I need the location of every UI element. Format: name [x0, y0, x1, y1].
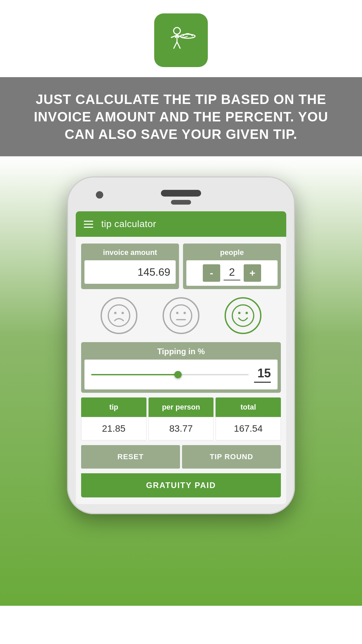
invoice-card: invoice amount: [81, 244, 179, 289]
slider-fill: [91, 374, 178, 375]
total-value: 167.54: [216, 417, 281, 440]
input-row: invoice amount people - 2 +: [81, 244, 281, 289]
phone-mockup: tip calculator invoice amount people: [67, 176, 295, 514]
slider-thumb[interactable]: [174, 371, 182, 378]
app-content: invoice amount people - 2 +: [76, 237, 286, 504]
svg-point-19: [246, 312, 248, 314]
people-body: - 2 +: [186, 260, 278, 286]
invoice-input[interactable]: [90, 266, 170, 278]
tip-value: 21.85: [81, 417, 146, 440]
top-icon-area: [0, 0, 362, 77]
svg-point-14: [176, 312, 178, 314]
people-controls: - 2 +: [192, 264, 272, 282]
tipping-label: Tipping in %: [81, 342, 281, 360]
hamburger-line-3: [84, 227, 93, 228]
people-value: 2: [224, 266, 240, 280]
people-minus-button[interactable]: -: [203, 264, 220, 282]
svg-point-12: [121, 312, 124, 314]
toolbar-title: tip calculator: [101, 219, 156, 229]
total-header: total: [216, 397, 281, 417]
bottom-buttons: RESET TIP ROUND: [81, 445, 281, 469]
sad-face-button[interactable]: [101, 297, 137, 334]
gratuity-paid-button[interactable]: GRATUITY PAID: [81, 473, 281, 497]
app-icon: [154, 13, 208, 67]
hamburger-line-2: [84, 224, 93, 225]
banner-text: JUST CALCULATE THE TIP BASED ON THE INVO…: [20, 91, 342, 143]
results-section: tip per person total 21.85 83.77 167.54: [81, 397, 281, 440]
tipping-percent-value: 15: [254, 366, 271, 383]
tipping-body: 15: [84, 360, 278, 389]
neutral-face-button[interactable]: [163, 297, 199, 334]
invoice-label: invoice amount: [81, 244, 179, 260]
emoji-row: [81, 294, 281, 337]
per-person-header: per person: [148, 397, 214, 417]
svg-point-13: [170, 305, 192, 326]
svg-point-10: [108, 305, 130, 326]
svg-line-9: [183, 36, 188, 38]
phone-top-details: [76, 186, 286, 211]
results-values: 21.85 83.77 167.54: [81, 417, 281, 440]
tip-round-button[interactable]: TIP ROUND: [182, 445, 281, 469]
results-headers: tip per person total: [81, 397, 281, 417]
svg-point-18: [238, 312, 241, 314]
hamburger-menu-icon[interactable]: [84, 221, 93, 228]
svg-point-17: [232, 305, 254, 326]
reset-button[interactable]: RESET: [81, 445, 180, 469]
tipping-slider-container[interactable]: [91, 370, 249, 380]
banner: JUST CALCULATE THE TIP BASED ON THE INVO…: [0, 77, 362, 156]
per-person-value: 83.77: [148, 417, 214, 440]
tip-header: tip: [81, 397, 146, 417]
svg-point-0: [174, 28, 180, 34]
camera: [96, 191, 103, 199]
happy-face-button[interactable]: [225, 297, 261, 334]
people-label: people: [183, 244, 281, 260]
people-plus-button[interactable]: +: [244, 264, 261, 282]
svg-line-4: [174, 42, 177, 49]
app-toolbar: tip calculator: [76, 211, 286, 237]
svg-point-11: [114, 312, 116, 314]
slider-track: [91, 374, 249, 375]
home-sensor: [171, 200, 191, 205]
svg-line-5: [177, 42, 180, 49]
invoice-body: [84, 260, 176, 284]
hamburger-line-1: [84, 221, 93, 222]
phone-area: tip calculator invoice amount people: [0, 156, 362, 606]
speaker: [161, 190, 201, 197]
people-card: people - 2 +: [183, 244, 281, 289]
tipping-card: Tipping in % 15: [81, 342, 281, 393]
svg-point-15: [183, 312, 186, 314]
phone-screen: tip calculator invoice amount people: [76, 211, 286, 504]
